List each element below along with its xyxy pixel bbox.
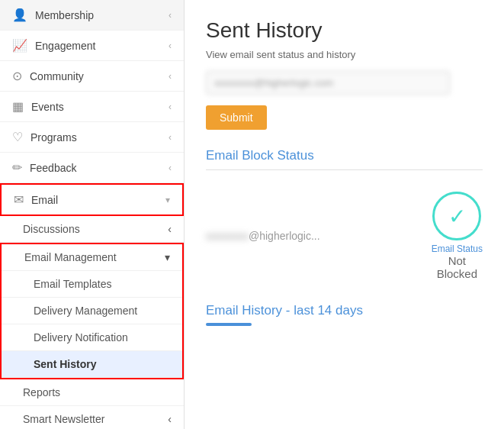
discussions-label: Discussions bbox=[23, 223, 80, 235]
email-input-row bbox=[206, 71, 483, 95]
sidebar-item-membership[interactable]: 👤 Membership ‹ bbox=[0, 0, 184, 31]
history-bar bbox=[206, 323, 252, 326]
email-templates-label: Email Templates bbox=[34, 278, 111, 290]
sidebar-item-programs[interactable]: ♡ Programs ‹ bbox=[0, 122, 184, 153]
community-chevron-icon: ‹ bbox=[169, 71, 172, 82]
sidebar-item-email[interactable]: ✉ Email ▾ bbox=[0, 183, 184, 216]
discussions-chevron-icon: ‹ bbox=[168, 223, 172, 235]
delivery-notification-label: Delivery Notification bbox=[34, 331, 128, 344]
engagement-chevron-icon: ‹ bbox=[169, 40, 172, 51]
block-status-row: xxxxxxxx@higherlogic... ✓ Email Status N… bbox=[206, 184, 483, 288]
delivery-management-label: Delivery Management bbox=[34, 305, 137, 317]
programs-chevron-icon: ‹ bbox=[169, 132, 172, 143]
main-content: Sent History View email sent status and … bbox=[185, 0, 504, 429]
email-management-label: Email Management bbox=[24, 251, 117, 263]
membership-chevron-icon: ‹ bbox=[169, 10, 172, 21]
status-column: ✓ Email Status Not Blocked bbox=[432, 192, 483, 280]
email-chevron-icon: ▾ bbox=[165, 195, 170, 205]
sidebar-item-events[interactable]: ▦ Events ‹ bbox=[0, 92, 184, 122]
sidebar-item-feedback-label: Feedback bbox=[30, 162, 76, 174]
sidebar-item-engagement[interactable]: 📈 Engagement ‹ bbox=[0, 31, 184, 61]
community-icon: ⊙ bbox=[12, 69, 22, 83]
events-icon: ▦ bbox=[12, 99, 24, 114]
history-title: Email History - last 14 days bbox=[206, 303, 483, 318]
status-label: Email Status bbox=[432, 244, 483, 254]
sidebar-item-community[interactable]: ⊙ Community ‹ bbox=[0, 61, 184, 92]
sidebar-item-email-label: Email bbox=[31, 194, 58, 206]
sidebar-item-sent-history[interactable]: Sent History bbox=[2, 351, 182, 378]
checkmark-icon: ✓ bbox=[448, 204, 466, 229]
email-submenu: Discussions ‹ Email Management ▾ Email T… bbox=[0, 216, 184, 429]
sidebar-item-email-templates[interactable]: Email Templates bbox=[2, 271, 182, 298]
email-management-chevron-icon: ▾ bbox=[165, 251, 170, 263]
sidebar-item-reports[interactable]: Reports bbox=[0, 379, 184, 406]
events-chevron-icon: ‹ bbox=[169, 102, 172, 112]
email-blurred-part: xxxxxxxx bbox=[206, 230, 249, 242]
email-status-circle: ✓ bbox=[432, 192, 481, 240]
sidebar-item-delivery-notification[interactable]: Delivery Notification bbox=[2, 324, 182, 351]
sent-history-label: Sent History bbox=[34, 358, 96, 370]
feedback-icon: ✏ bbox=[12, 160, 22, 175]
sidebar-item-engagement-label: Engagement bbox=[35, 40, 95, 52]
email-input[interactable] bbox=[206, 71, 450, 95]
block-status-divider bbox=[206, 169, 483, 170]
sidebar-item-discussions[interactable]: Discussions ‹ bbox=[0, 216, 184, 243]
smart-newsletter-label: Smart Newsletter bbox=[23, 413, 104, 425]
smart-newsletter-chevron-icon: ‹ bbox=[168, 413, 172, 425]
membership-icon: 👤 bbox=[12, 8, 27, 22]
sidebar-item-community-label: Community bbox=[30, 70, 84, 82]
sidebar-item-membership-label: Membership bbox=[35, 9, 94, 21]
reports-label: Reports bbox=[23, 386, 60, 398]
submit-button[interactable]: Submit bbox=[206, 105, 267, 130]
sidebar-item-smart-newsletter[interactable]: Smart Newsletter ‹ bbox=[0, 406, 184, 429]
block-status-title: Email Block Status bbox=[206, 148, 483, 163]
page-subtitle: View email sent status and history bbox=[206, 49, 483, 60]
sidebar-item-feedback[interactable]: ✏ Feedback ‹ bbox=[0, 153, 184, 183]
programs-icon: ♡ bbox=[12, 130, 23, 144]
sidebar: 👤 Membership ‹ 📈 Engagement ‹ ⊙ Communit… bbox=[0, 0, 185, 429]
email-domain-display: @higherlogic... bbox=[249, 230, 320, 242]
sidebar-item-programs-label: Programs bbox=[30, 131, 77, 144]
sidebar-item-delivery-management[interactable]: Delivery Management bbox=[2, 298, 182, 324]
sidebar-item-events-label: Events bbox=[31, 101, 64, 113]
email-icon: ✉ bbox=[14, 192, 24, 207]
email-management-header[interactable]: Email Management ▾ bbox=[2, 244, 182, 271]
email-management-block: Email Management ▾ Email Templates Deliv… bbox=[0, 243, 184, 379]
status-value: Not Blocked bbox=[437, 254, 477, 280]
email-management-submenu: Email Templates Delivery Management Deli… bbox=[2, 271, 182, 378]
page-title: Sent History bbox=[206, 18, 483, 43]
email-address-display: xxxxxxxx@higherlogic... bbox=[206, 230, 320, 242]
engagement-icon: 📈 bbox=[12, 38, 27, 53]
feedback-chevron-icon: ‹ bbox=[169, 163, 172, 173]
